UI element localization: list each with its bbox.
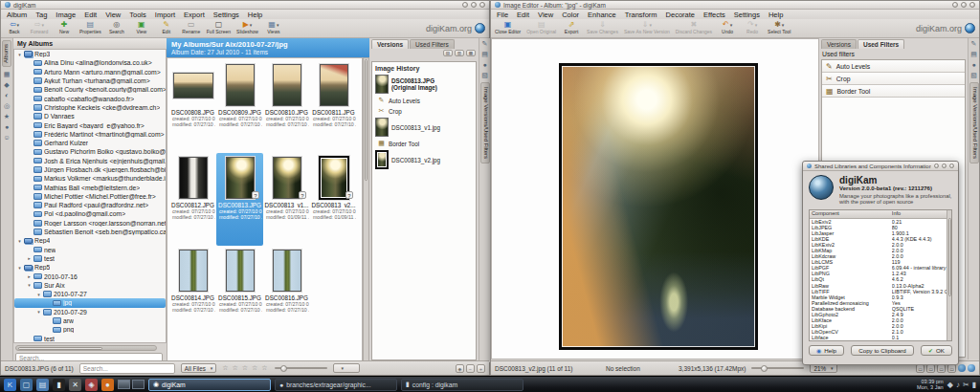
album-tree-item[interactable]: test (14, 335, 166, 343)
version-badge-icon[interactable]: ? (345, 191, 353, 199)
album-tree-item[interactable]: Roger Larsson <roger.larsson@norran.net> (14, 219, 166, 228)
tags-icon[interactable]: ◆ (1, 79, 12, 90)
album-tree-item[interactable]: D Vanraes (14, 112, 166, 120)
album-tree-item[interactable]: Gustavo Pichorim Boiko <gustavo.boiko@gm… (14, 147, 166, 156)
menu-item[interactable]: Settings (734, 11, 760, 19)
close-button[interactable] (479, 2, 485, 8)
toolbar-button[interactable]: ▣▾ Close Editor (495, 20, 521, 34)
close-button[interactable] (969, 2, 975, 8)
dialog-help-button[interactable] (934, 163, 939, 168)
history-entry[interactable]: ✂ Crop (377, 107, 473, 115)
thumbnail-item[interactable]: DSC00810.JPG created: 07/27/10 0... modi… (263, 60, 310, 153)
album-tree-item[interactable]: ▸ 2010-07-16 (14, 272, 166, 280)
history-entry[interactable]: DSC00813_v1.jpg (375, 118, 473, 137)
used-filter-item[interactable]: ✂ Crop (822, 73, 965, 85)
tree-horizontal-scrollbar[interactable] (15, 345, 157, 351)
versions-list-view-button[interactable]: ▤ (443, 50, 453, 56)
pager-desktop-2[interactable] (132, 380, 145, 389)
desktop-icon[interactable]: ▢ (20, 379, 33, 391)
album-tree-item[interactable]: ▾ 2010-07-29 (14, 308, 166, 316)
thumbnail-item[interactable]: ? DSC00813_v2... created: 07/27/10 0... … (310, 153, 357, 246)
toolbar-button[interactable]: ↷▾ Redo (743, 20, 762, 34)
album-tree-item[interactable]: png (14, 325, 166, 334)
help-button[interactable]: ◉Help (809, 345, 844, 356)
tab[interactable]: Versions (371, 39, 409, 49)
toolbar-button[interactable]: ▣▾ View (132, 20, 151, 34)
table-scrollbar[interactable] (947, 210, 951, 340)
thumbnail-item[interactable]: DSC00815.JPG created: 07/27/10 0... modi… (216, 246, 263, 338)
sidebar-tab-image-versions[interactable]: Image Versions/Used Filters (480, 82, 490, 163)
expander-icon[interactable]: ▾ (36, 292, 41, 297)
tab[interactable]: Used Filters (858, 39, 904, 49)
album-tree-item[interactable]: Aykut Turhan <turhana@gmail.com> (14, 76, 166, 85)
properties-icon[interactable]: ✎ (969, 38, 979, 49)
menu-item[interactable]: Decorate (666, 11, 695, 19)
dialog-minimize-button[interactable] (942, 163, 947, 168)
expander-icon[interactable]: ▾ (36, 309, 41, 315)
firefox-icon[interactable]: ● (101, 379, 114, 391)
dialog-titlebar[interactable]: Shared Libraries and Components Informat… (803, 162, 958, 171)
versions-tree-view-button[interactable]: ▥ (455, 50, 464, 56)
map-icon[interactable]: ● (1, 121, 12, 132)
volume-tray-icon[interactable]: ♪ (956, 381, 960, 389)
taskbar-task[interactable]: ◉ digiKam (148, 379, 271, 391)
toolbar-button[interactable]: ✎▾ Edit (157, 20, 176, 34)
properties-icon[interactable]: ✎ (479, 38, 490, 49)
icc-profile-icon[interactable] (968, 364, 975, 372)
toolbar-button[interactable]: ▤▾ Open Original (526, 20, 556, 34)
chevron-down-icon[interactable]: ▾ (42, 22, 45, 28)
maximize-button[interactable] (961, 2, 967, 8)
album-tree-item[interactable]: ▾ Rep5 (14, 263, 166, 272)
ok-button[interactable]: ✔OK (921, 345, 952, 356)
map-icon[interactable]: ● (479, 59, 490, 70)
chevron-down-icon[interactable]: ▾ (277, 22, 279, 28)
versions-icon[interactable]: ▧ (479, 70, 490, 80)
toolbar-button[interactable]: ↶▾ Undo (718, 20, 737, 34)
pager-desktop-1[interactable] (118, 380, 130, 389)
photos-icon[interactable]: ◈ (85, 379, 98, 391)
maximize-button[interactable] (471, 2, 477, 8)
zoom-out-button[interactable]: − (466, 364, 475, 373)
copy-to-clipboard-button[interactable]: Copy to Clipboard (851, 345, 914, 356)
thumbnail-item[interactable]: DSC00816.JPG created: 07/27/10 0... modi… (263, 246, 310, 338)
toolbar-button[interactable]: ⇨▾ Forward (30, 20, 49, 34)
used-filter-item[interactable]: ▦ Border Tool (822, 85, 965, 98)
thumbnail-item[interactable]: DSC00814.JPG created: 07/27/10 0... modi… (169, 246, 216, 338)
toolbar-button[interactable]: ✱▾ Select Tool (768, 20, 791, 34)
menu-item[interactable]: Effects (703, 11, 725, 19)
album-tree-item[interactable]: ▸ test (14, 254, 166, 263)
album-tree-item[interactable]: arw (14, 316, 166, 325)
edited-photo[interactable] (559, 63, 758, 350)
album-tree-item[interactable]: cabaflo <cabaflo@wanadoo.fr> (14, 94, 166, 102)
chevron-down-icon[interactable]: ▾ (755, 22, 758, 28)
zoom-slider[interactable] (275, 367, 327, 369)
toolbar-button[interactable]: ▢▾ Full Screen (207, 20, 231, 34)
album-tree-item[interactable]: Sébastien Benoit <seb.ben@sympatico.ca> (14, 228, 166, 236)
menu-item[interactable]: File (497, 11, 508, 19)
chevron-down-icon[interactable]: ▾ (730, 22, 733, 28)
history-entry[interactable]: ▦ Border Tool (377, 140, 473, 147)
expander-icon[interactable]: ▸ (27, 273, 32, 279)
toolbar-button[interactable]: ◎▾ Search (107, 20, 126, 34)
used-filter-item[interactable]: ✎ Auto Levels (822, 60, 965, 73)
file-filter-select[interactable]: All Files▾ (181, 363, 217, 373)
album-tree-item[interactable]: Pol <d.paolino@gmail.com> (14, 209, 166, 218)
album-tree-item[interactable]: Michel Pottier <Michel.Pottier@free.fr> (14, 192, 166, 201)
toolbar-button[interactable]: ✚▾ New (55, 20, 74, 34)
clock[interactable]: 03:39 pm Mon, 3 Jan (917, 379, 944, 390)
album-tree-item[interactable]: Josh & Erica Njenhuis <ejnjenhuis@gmail.… (14, 157, 166, 165)
toolbar-button[interactable]: ⇗▾ Export (562, 20, 581, 34)
expander-icon[interactable]: ▾ (17, 265, 22, 271)
tab[interactable]: Used Filters (410, 39, 455, 49)
chevron-down-icon[interactable]: ▾ (782, 22, 785, 28)
zoom-slider[interactable] (751, 367, 804, 369)
rating-stars[interactable]: ☆ ☆ ☆ ☆ ☆ (222, 364, 268, 372)
album-tree-item[interactable]: jpg (14, 298, 166, 307)
album-tree-item[interactable]: ▾ Rep4 (14, 236, 166, 245)
taskbar-task[interactable]: ▮ config : digikam (401, 379, 523, 391)
network-tray-icon[interactable]: ◆ (947, 381, 953, 389)
history-entry[interactable]: DSC00813.JPG(Original Image) (375, 75, 473, 94)
album-tree-item[interactable]: Arturo Mann <arturo.mann@gmail.com> (14, 68, 166, 76)
menu-item[interactable]: Transform (625, 11, 657, 19)
album-tree-item[interactable]: Benoit Courty <benoit.courty@gmail.com> (14, 85, 166, 94)
